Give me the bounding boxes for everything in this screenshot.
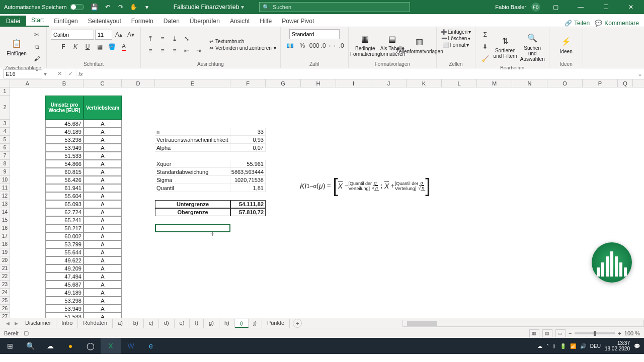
align-right-icon[interactable]: ≡ [169, 45, 180, 56]
format-cells-button[interactable]: ⬜ Format ▾ [443, 42, 469, 48]
cell-E14[interactable]: Obergrenze [155, 208, 230, 216]
taskbar-excel-icon[interactable]: X [101, 338, 121, 354]
cell-E11[interactable]: Quantil [155, 184, 230, 192]
cell-B11[interactable]: 61.941 [45, 184, 84, 192]
align-bottom-icon[interactable]: ⤓ [169, 33, 180, 44]
decrease-font-icon[interactable]: A▾ [125, 29, 136, 40]
page-layout-icon[interactable]: ▤ [542, 329, 552, 337]
row-header-13[interactable]: 13 [0, 200, 10, 208]
col-header-C[interactable]: C [84, 79, 122, 87]
cell-B26[interactable]: 53.949 [45, 305, 84, 313]
add-sheet-button[interactable]: + [293, 319, 302, 328]
col-header-E[interactable]: E [155, 79, 230, 87]
taskbar-app-3[interactable]: ◯ [80, 338, 101, 354]
cell-F14[interactable]: 57.810,72 [230, 208, 266, 216]
wrap-text-button[interactable]: ↩ Textumbruch [209, 39, 276, 44]
row-header-7[interactable]: 7 [0, 152, 10, 160]
cell-C17[interactable]: A [84, 232, 122, 240]
macro-record-icon[interactable]: ▢ [24, 330, 29, 336]
fill-color-icon[interactable]: 🪣 [106, 41, 117, 52]
autosave-toggle[interactable]: Automatisches Speichern [0, 4, 88, 10]
cell-E10[interactable]: Sigma [155, 176, 230, 184]
row-header-12[interactable]: 12 [0, 192, 10, 200]
row-header-19[interactable]: 19 [0, 248, 10, 256]
tab-daten[interactable]: Daten [158, 16, 185, 27]
col-header-J[interactable]: J [371, 79, 407, 87]
sheet-tab-j[interactable]: j) [249, 319, 262, 328]
share-button[interactable]: 🔗 Teilen [565, 20, 590, 27]
sheet-tab-h[interactable]: h) [219, 319, 235, 328]
row-header-5[interactable]: 5 [0, 136, 10, 144]
cell-C19[interactable]: A [84, 248, 122, 256]
save-icon[interactable]: 💾 [90, 3, 99, 12]
align-left-icon[interactable]: ≡ [145, 45, 156, 56]
cell-E16[interactable] [155, 224, 230, 232]
tray-clock[interactable]: 13:3718.02.2020 [605, 340, 630, 351]
tab-überprüfen[interactable]: Überprüfen [185, 16, 225, 27]
fill-icon[interactable]: ⬇ [479, 41, 491, 52]
font-name-select[interactable] [51, 30, 94, 40]
cell-B27[interactable]: 51.533 [45, 313, 84, 318]
row-header-4[interactable]: 4 [0, 128, 10, 136]
cell-F5[interactable]: 0,93 [230, 136, 266, 144]
cancel-formula-icon[interactable]: ✕ [54, 69, 65, 78]
col-header-L[interactable]: L [442, 79, 477, 87]
cell-B23[interactable]: 45.687 [45, 281, 84, 289]
sheet-tab-g[interactable]: g) [204, 319, 219, 328]
autosum-icon[interactable]: Σ [479, 29, 491, 40]
select-all-corner[interactable] [0, 79, 10, 87]
col-header-D[interactable]: D [122, 79, 155, 87]
row-header-14[interactable]: 14 [0, 208, 10, 216]
find-select-button[interactable]: 🔍Suchen und Auswählen [520, 31, 545, 62]
cell-F4[interactable]: 33 [230, 128, 266, 136]
cell-C7[interactable]: A [84, 152, 122, 160]
zoom-in-icon[interactable]: + [618, 330, 621, 336]
tab-file[interactable]: Datei [0, 16, 26, 27]
name-box-dropdown-icon[interactable]: ▾ [42, 70, 48, 77]
zoom-out-icon[interactable]: − [569, 330, 572, 336]
row-header-11[interactable]: 11 [0, 184, 10, 192]
taskbar-app-2[interactable]: ● [60, 338, 80, 354]
cell-E9[interactable]: Standardabweichung [155, 168, 230, 176]
close-icon[interactable]: ✕ [621, 0, 641, 14]
start-button[interactable]: ⊞ [0, 338, 20, 354]
cell-F6[interactable]: 0,07 [230, 144, 266, 152]
row-header-26[interactable]: 26 [0, 305, 10, 313]
minimize-icon[interactable]: — [571, 0, 591, 14]
tray-onedrive-icon[interactable]: ☁ [537, 343, 542, 349]
undo-icon[interactable]: ↶ [103, 3, 112, 12]
font-color-icon[interactable]: A [118, 41, 129, 52]
row-header-22[interactable]: 22 [0, 273, 10, 281]
sheet-tab-Intro[interactable]: Intro [56, 319, 78, 328]
col-header-P[interactable]: P [583, 79, 618, 87]
cell-B8[interactable]: 54.866 [45, 160, 84, 168]
col-header-K[interactable]: K [407, 79, 442, 87]
col-header-I[interactable]: I [336, 79, 371, 87]
search-box[interactable]: 🔍 Suchen [259, 2, 410, 12]
row-header-2[interactable]: 2 [0, 96, 10, 120]
indent-inc-icon[interactable]: ⇥ [193, 45, 204, 56]
sheet-tab-i[interactable]: i) [235, 319, 249, 328]
sheet-tab-f[interactable]: f) [190, 319, 204, 328]
tab-seitenlayout[interactable]: Seitenlayout [83, 16, 126, 27]
format-painter-icon[interactable]: 🖌 [31, 53, 42, 64]
cell-C12[interactable]: A [84, 192, 122, 200]
taskbar-app-1[interactable]: ☁ [40, 338, 60, 354]
copy-icon[interactable]: ⧉ [31, 41, 42, 52]
align-middle-icon[interactable]: ≡ [157, 33, 168, 44]
sheet-prev-icon[interactable]: ◄ [5, 320, 11, 326]
sheet-tab-d[interactable]: d) [159, 319, 175, 328]
font-size-select[interactable] [95, 30, 112, 40]
tray-language[interactable]: DEU [590, 343, 601, 349]
cell-F10[interactable]: 1020,71538 [230, 176, 266, 184]
cell-C18[interactable]: A [84, 240, 122, 248]
cell-C14[interactable]: A [84, 208, 122, 216]
row-header-8[interactable]: 8 [0, 160, 10, 168]
cell-E4[interactable]: n [155, 128, 230, 136]
fx-icon[interactable]: fx [78, 71, 83, 77]
cell-C4[interactable]: A [84, 128, 122, 136]
row-header-25[interactable]: 25 [0, 297, 10, 305]
name-box[interactable]: E16 [3, 69, 42, 78]
cell-E8[interactable]: Xquer [155, 160, 230, 168]
tray-volume-icon[interactable]: 🔊 [580, 343, 586, 349]
